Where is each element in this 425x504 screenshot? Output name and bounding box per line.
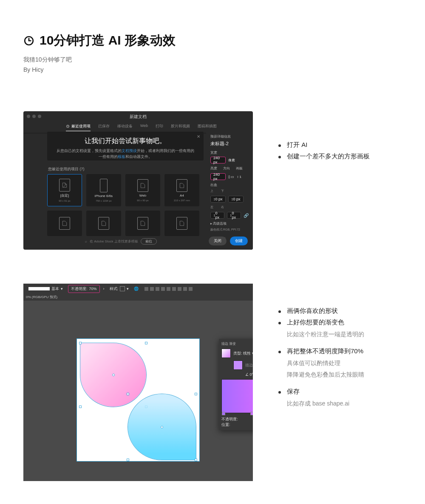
figure-new-document: 新建文档 最近使用项 已保存 移动设备 Web 打印 胶片和视频 图稿和插图 ✕… <box>23 111 253 250</box>
preset-grid: [自定]90 x 91 px iPhone 6/6s750 x 1334 px … <box>47 174 204 236</box>
width-input[interactable]: 240 px <box>210 157 226 163</box>
search-icon: ⌕ <box>85 239 87 243</box>
gradient-opacity[interactable]: 不透明度: <box>221 417 253 422</box>
preset-extra-4[interactable] <box>164 211 199 236</box>
note-item: 保存 <box>287 388 300 396</box>
preset-a4[interactable]: A4210 x 297 mm <box>164 174 199 206</box>
tab-art[interactable]: 图稿和插图 <box>198 124 217 131</box>
preset-details-panel: 预设详细信息 未标题-2 宽度 240 px 像素 高度 方向 画板 240 p… <box>206 132 253 250</box>
artboard[interactable] <box>77 339 199 461</box>
preset-extra-1[interactable] <box>47 211 82 236</box>
banner-headline: 让我们开始尝试新事物吧。 <box>54 137 197 146</box>
go-button[interactable]: 前往 <box>141 238 157 245</box>
tab-recent[interactable]: 最近使用项 <box>66 124 91 131</box>
tab-saved[interactable]: 已保存 <box>98 124 110 131</box>
orientation-icon[interactable]: ▯ ▭ <box>228 175 234 179</box>
gradient-position[interactable]: 位置: <box>221 422 253 428</box>
note-item: 打开 AI <box>287 141 307 149</box>
tab-web[interactable]: Web <box>140 124 148 131</box>
opacity-control[interactable]: 不透明度:70% <box>68 285 100 293</box>
tab-film[interactable]: 胶片和视频 <box>171 124 190 131</box>
note-sub: 比如存成 base shape.ai <box>287 399 402 408</box>
notes-section-1: 打开 AI 创建一个差不多大的方形画板 <box>278 111 402 164</box>
window-traffic-lights <box>27 115 41 118</box>
unit[interactable]: 像素 <box>228 158 235 163</box>
note-item: 再把整体不透明度降到70% <box>287 347 363 355</box>
note-item: 创建一个差不多大的方形画板 <box>287 152 370 160</box>
dialog-title: 新建文档 <box>130 114 147 120</box>
preset-web[interactable]: Web90 x 90 px <box>125 174 160 206</box>
create-button[interactable]: 创建 <box>230 237 248 245</box>
tab-mobile[interactable]: 移动设备 <box>117 124 133 131</box>
note-sub: 具体值可以酌情处理 <box>287 359 402 368</box>
note-item: 上好你想要的渐变色 <box>287 318 344 327</box>
note-item: 画俩你喜欢的形状 <box>287 307 338 315</box>
preset-custom[interactable]: [自定]90 x 91 px <box>47 174 82 206</box>
gradient-swatch-2[interactable] <box>233 360 243 370</box>
style-control[interactable]: 样式: ▾ <box>108 286 131 292</box>
byline: By Hicy <box>23 66 402 73</box>
subtitle: 我猜10分钟够了吧 <box>23 56 402 64</box>
note-sub: 比如这个粉注意一端是透明的 <box>287 330 402 339</box>
close-button[interactable]: 关闭 <box>209 237 227 245</box>
recent-label: 您最近使用的项目 (7) <box>48 166 85 172</box>
gradient-preview[interactable] <box>221 379 253 413</box>
page-title: 10分钟打造 AI 形象动效 <box>40 32 176 49</box>
gradient-panel[interactable]: 描边 渐变 类型: 线性 ▾ 描边: ∠ 0° ▾ <box>219 339 253 430</box>
figure-canvas: 基本 ▾ 不透明度:70% › 样式: ▾ 🌐 0% (RGB/GPU 预览) <box>23 284 253 481</box>
shape-blue[interactable] <box>128 394 196 460</box>
globe-icon[interactable]: 🌐 <box>134 287 139 291</box>
preset-extra-3[interactable] <box>125 211 160 236</box>
stock-search[interactable]: ⌕ 在 Adobe Stock 上查找更多模板 前往 <box>85 238 157 245</box>
close-icon[interactable]: ✕ <box>197 134 200 139</box>
height-input[interactable]: 240 px <box>210 173 226 180</box>
welcome-banner: ✕ 让我们开始尝试新事物吧。 从您自己的文档设置，预先设置格式的文档预设开始，或… <box>47 132 204 160</box>
gradient-type[interactable]: 线性 <box>243 351 251 355</box>
clock-icon <box>23 35 34 46</box>
status-bar: 0% (RGB/GPU 预览) <box>23 294 253 301</box>
banner-subtext: 从您自己的文档设置，预先设置格式的文档预设开始，或者利用我们的一些有用的一些有用… <box>54 148 197 160</box>
shape-pink[interactable] <box>80 343 146 407</box>
doc-name[interactable]: 未标题-2 <box>210 141 249 147</box>
note-sub: 降降避免色彩叠加后太辣眼睛 <box>287 370 402 379</box>
notes-section-2: 画俩你喜欢的形状上好你想要的渐变色比如这个粉注意一端是透明的再把整体不透明度降到… <box>278 284 402 417</box>
gradient-swatch[interactable] <box>221 349 231 358</box>
preset-iphone[interactable]: iPhone 6/6s750 x 1334 px <box>86 174 121 206</box>
toolbar: 基本 ▾ 不透明度:70% › 样式: ▾ 🌐 <box>23 284 253 294</box>
tab-print[interactable]: 打印 <box>156 124 163 131</box>
preset-extra-2[interactable] <box>86 211 121 236</box>
link-icon[interactable]: 🔗 <box>244 213 249 218</box>
